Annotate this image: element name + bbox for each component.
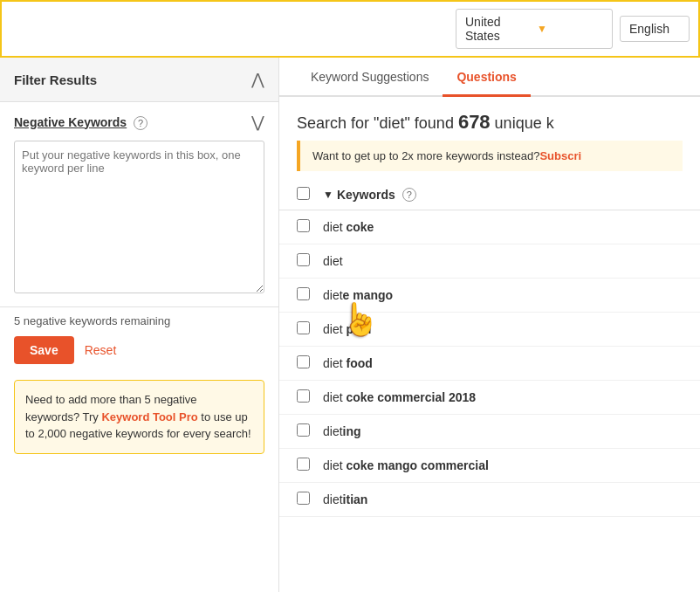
promo-box: Need to add more than 5 negative keyword…: [14, 380, 264, 454]
keyword-text: dieting: [323, 424, 361, 438]
country-label: United States: [465, 15, 532, 43]
row-checkbox[interactable]: [297, 458, 310, 471]
keyword-text: diet plan: [323, 322, 371, 336]
table-row: dieting: [279, 415, 700, 449]
keyword-text: diet coke mango commercial: [323, 458, 489, 472]
language-select[interactable]: English: [620, 16, 690, 42]
row-checkbox-col: [297, 423, 323, 439]
keyword-cell: diet: [323, 254, 683, 268]
negative-keywords-section: Negative Keywords ? ⋁: [0, 102, 278, 307]
tabs-bar: Keyword Suggestions Questions: [279, 58, 700, 97]
row-checkbox-col: [297, 253, 323, 269]
keyword-text: diet food: [323, 356, 373, 370]
keywords-column-header: ▼ Keywords ?: [323, 188, 683, 202]
row-checkbox[interactable]: [297, 253, 310, 266]
keyword-cell: diet plan: [323, 322, 683, 336]
right-panel: Keyword Suggestions Questions Search for…: [279, 58, 700, 592]
keyword-cell: dietitian: [323, 492, 683, 506]
table-row: diet plan: [279, 313, 700, 347]
chevron-down-icon: ⋁: [251, 113, 264, 132]
table-row: diet coke mango commercial: [279, 449, 700, 483]
row-checkbox[interactable]: [297, 492, 310, 505]
country-select[interactable]: United States ▼: [456, 9, 613, 49]
row-checkbox-col: [297, 287, 323, 303]
results-header: Search for "diet" found 678 unique k: [279, 97, 700, 141]
keyword-cell: dieting: [323, 424, 683, 438]
keyword-text: diete mango: [323, 288, 393, 302]
left-panel: Filter Results ⋀ Negative Keywords ? ⋁ 5…: [0, 58, 279, 592]
row-checkbox-col: [297, 389, 323, 405]
select-all-checkbox[interactable]: [297, 187, 310, 200]
keyword-cell: diet coke commercial 2018: [323, 390, 683, 404]
action-buttons: Save Reset: [0, 327, 278, 373]
table-row: diet coke commercial 2018: [279, 381, 700, 415]
table-row: diet: [279, 244, 700, 279]
row-checkbox-col: [297, 355, 323, 371]
row-checkbox[interactable]: [297, 389, 310, 403]
keywords-header-label: Keywords: [337, 188, 395, 202]
keywords-help-icon[interactable]: ?: [402, 188, 416, 202]
remaining-keywords-text: 5 negative keywords remaining: [0, 314, 278, 327]
promo-link[interactable]: Keyword Tool Pro: [101, 410, 197, 423]
tab-questions[interactable]: Questions: [443, 58, 530, 97]
negative-keywords-title-row: Negative Keywords ?: [14, 115, 148, 130]
keyword-cell: diet coke mango commercial: [323, 458, 683, 472]
subscribe-text: Want to get up to 2x more keywords inste…: [312, 149, 539, 162]
table-row: diete mango: [279, 279, 700, 313]
tab-keyword-suggestions[interactable]: Keyword Suggestions: [297, 58, 443, 97]
top-bar: diet United States ▼ English: [0, 0, 700, 58]
keyword-text: diet coke commercial 2018: [323, 390, 476, 404]
row-checkbox-col: [297, 492, 323, 507]
subscribe-banner: Want to get up to 2x more keywords inste…: [297, 141, 683, 171]
row-checkbox-col: [297, 458, 323, 473]
results-suffix: unique k: [491, 114, 554, 132]
filter-results-header[interactable]: Filter Results ⋀: [0, 58, 278, 102]
row-checkbox[interactable]: [297, 423, 310, 437]
row-checkbox-col: [297, 219, 323, 235]
negative-keywords-header[interactable]: Negative Keywords ? ⋁: [14, 113, 264, 132]
table-row: dietitian: [279, 483, 700, 517]
reset-button[interactable]: Reset: [85, 343, 117, 357]
save-button[interactable]: Save: [14, 336, 74, 364]
negative-keywords-title: Negative Keywords: [14, 115, 127, 129]
filter-results-title: Filter Results: [14, 72, 97, 87]
sort-arrow-icon: ▼: [323, 189, 333, 201]
search-input[interactable]: diet: [10, 17, 449, 42]
keyword-text: diet: [323, 254, 343, 268]
chevron-up-icon: ⋀: [251, 70, 264, 89]
row-checkbox[interactable]: [297, 321, 310, 334]
table-header-row: ▼ Keywords ?: [279, 180, 700, 210]
keywords-table: ▼ Keywords ? diet cokediet diete mangodi…: [279, 180, 700, 592]
results-prefix: Search for "diet" found: [297, 114, 458, 132]
keyword-text: dietitian: [323, 492, 367, 506]
results-count: 678: [458, 111, 491, 133]
keyword-cell: diet food: [323, 356, 683, 370]
keyword-rows: diet cokediet diete mangodiet plandiet f…: [279, 210, 700, 517]
table-row: diet coke: [279, 210, 700, 244]
keyword-cell: diet coke: [323, 220, 683, 234]
language-label: English: [629, 22, 669, 36]
negative-keywords-textarea[interactable]: [14, 141, 264, 293]
help-icon[interactable]: ?: [134, 116, 148, 130]
main-layout: Filter Results ⋀ Negative Keywords ? ⋁ 5…: [0, 58, 700, 592]
keyword-text: diet coke: [323, 220, 374, 234]
header-checkbox-col: [297, 187, 323, 203]
keyword-cell: diete mango: [323, 288, 683, 302]
row-checkbox-col: [297, 321, 323, 337]
row-checkbox[interactable]: [297, 219, 310, 232]
dropdown-arrow-icon: ▼: [537, 23, 603, 35]
table-row: diet food: [279, 347, 700, 381]
row-checkbox[interactable]: [297, 287, 310, 300]
row-checkbox[interactable]: [297, 355, 310, 368]
subscribe-link[interactable]: Subscri: [539, 149, 581, 162]
